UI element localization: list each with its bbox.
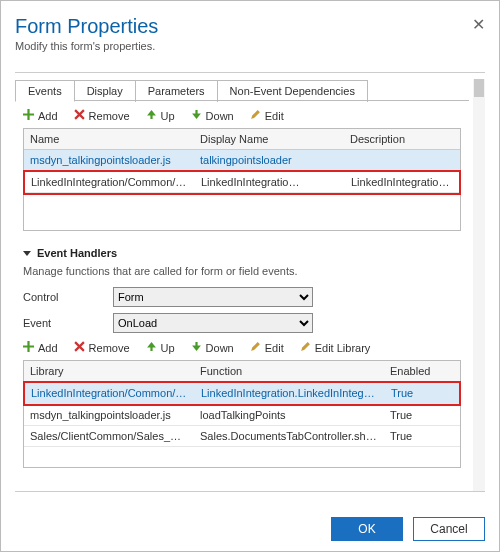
cell-name: LinkedInIntegration/Common/msdyn_L… [25, 172, 195, 192]
down-label: Down [206, 342, 234, 354]
dialog-footer: OK Cancel [331, 517, 485, 541]
dialog-subtitle: Modify this form's properties. [15, 40, 485, 52]
cell-enabled: True [385, 383, 459, 403]
tab-non-event-dependencies[interactable]: Non-Event Dependencies [217, 80, 368, 102]
edit-button[interactable]: Edit [250, 109, 284, 122]
add-label: Add [38, 110, 58, 122]
table-row[interactable]: msdyn_talkingpointsloader.js loadTalking… [24, 405, 460, 426]
chevron-down-icon [23, 251, 31, 256]
add-button[interactable]: Add [23, 341, 58, 354]
cell-display: talkingpointsloader [194, 150, 344, 170]
col-display-name[interactable]: Display Name [194, 129, 344, 149]
highlight-box: LinkedInIntegration/Common/msdyn_L… Link… [23, 170, 461, 195]
libraries-grid: Name Display Name Description msdyn_talk… [23, 128, 461, 231]
cell-library: msdyn_talkingpointsloader.js [24, 405, 194, 425]
table-row[interactable]: LinkedInIntegration/Common/msdyn_L… Link… [25, 383, 459, 404]
arrow-down-icon [191, 109, 202, 122]
plus-icon [23, 341, 34, 354]
col-function[interactable]: Function [194, 361, 384, 381]
edit-library-button[interactable]: Edit Library [300, 341, 371, 354]
remove-label: Remove [89, 342, 130, 354]
table-row[interactable]: LinkedInIntegration/Common/msdyn_L… Link… [25, 172, 459, 193]
add-label: Add [38, 342, 58, 354]
remove-button[interactable]: Remove [74, 341, 130, 354]
edit-label: Edit [265, 342, 284, 354]
event-handlers-helper: Manage functions that are called for for… [23, 265, 461, 277]
event-label: Event [23, 317, 113, 329]
remove-icon [74, 341, 85, 354]
libraries-toolbar: Add Remove Up Down [23, 107, 461, 128]
control-label: Control [23, 291, 113, 303]
edit-label: Edit [265, 110, 284, 122]
dialog-title: Form Properties [15, 15, 485, 38]
add-button[interactable]: Add [23, 109, 58, 122]
tab-strip: Events Display Parameters Non-Event Depe… [15, 79, 469, 101]
event-select[interactable]: OnLoad [113, 313, 313, 333]
col-enabled[interactable]: Enabled [384, 361, 460, 381]
close-icon[interactable]: ✕ [472, 15, 485, 34]
event-handlers-heading[interactable]: Event Handlers [23, 247, 461, 259]
up-label: Up [161, 342, 175, 354]
table-row[interactable]: msdyn_talkingpointsloader.js talkingpoin… [24, 150, 460, 171]
up-label: Up [161, 110, 175, 122]
down-label: Down [206, 110, 234, 122]
arrow-up-icon [146, 341, 157, 354]
highlight-box: LinkedInIntegration/Common/msdyn_L… Link… [23, 381, 461, 406]
libraries-grid-header: Name Display Name Description [24, 129, 460, 150]
cell-function: Sales.DocumentsTabController.shouldS… [194, 426, 384, 446]
remove-button[interactable]: Remove [74, 109, 130, 122]
tab-display[interactable]: Display [74, 80, 136, 102]
event-handlers-label: Event Handlers [37, 247, 117, 259]
arrow-down-icon [191, 341, 202, 354]
remove-icon [74, 109, 85, 122]
tab-parameters[interactable]: Parameters [135, 80, 218, 102]
edit-library-label: Edit Library [315, 342, 371, 354]
up-button[interactable]: Up [146, 109, 175, 122]
scrollbar[interactable] [473, 79, 485, 491]
control-select[interactable]: Form [113, 287, 313, 307]
handlers-grid-header: Library Function Enabled [24, 361, 460, 382]
up-button[interactable]: Up [146, 341, 175, 354]
handlers-grid: Library Function Enabled LinkedInIntegra… [23, 360, 461, 468]
col-description[interactable]: Description [344, 129, 460, 149]
arrow-up-icon [146, 109, 157, 122]
col-name[interactable]: Name [24, 129, 194, 149]
cell-function: LinkedInIntegration.LinkedInIntegration… [195, 383, 385, 403]
ok-button[interactable]: OK [331, 517, 403, 541]
form-properties-dialog: ✕ Form Properties Modify this form's pro… [0, 0, 500, 552]
col-library[interactable]: Library [24, 361, 194, 381]
cell-desc: LinkedInIntegratio… [345, 172, 459, 192]
cell-library: Sales/ClientCommon/Sales_ClientCom… [24, 426, 194, 446]
tab-events[interactable]: Events [15, 80, 75, 102]
pencil-icon [250, 109, 261, 122]
plus-icon [23, 109, 34, 122]
cell-desc [344, 150, 460, 170]
cell-function: loadTalkingPoints [194, 405, 384, 425]
table-row[interactable]: Sales/ClientCommon/Sales_ClientCom… Sale… [24, 426, 460, 447]
pencil-icon [300, 341, 311, 354]
cell-name: msdyn_talkingpointsloader.js [24, 150, 194, 170]
remove-label: Remove [89, 110, 130, 122]
events-panel: Add Remove Up Down [15, 101, 469, 478]
cell-enabled: True [384, 426, 460, 446]
cell-display: LinkedInIntegratio… [195, 172, 345, 192]
pencil-icon [250, 341, 261, 354]
cell-library: LinkedInIntegration/Common/msdyn_L… [25, 383, 195, 403]
cancel-button[interactable]: Cancel [413, 517, 485, 541]
down-button[interactable]: Down [191, 341, 234, 354]
handlers-toolbar: Add Remove Up Down [23, 339, 461, 360]
down-button[interactable]: Down [191, 109, 234, 122]
cell-enabled: True [384, 405, 460, 425]
edit-button[interactable]: Edit [250, 341, 284, 354]
